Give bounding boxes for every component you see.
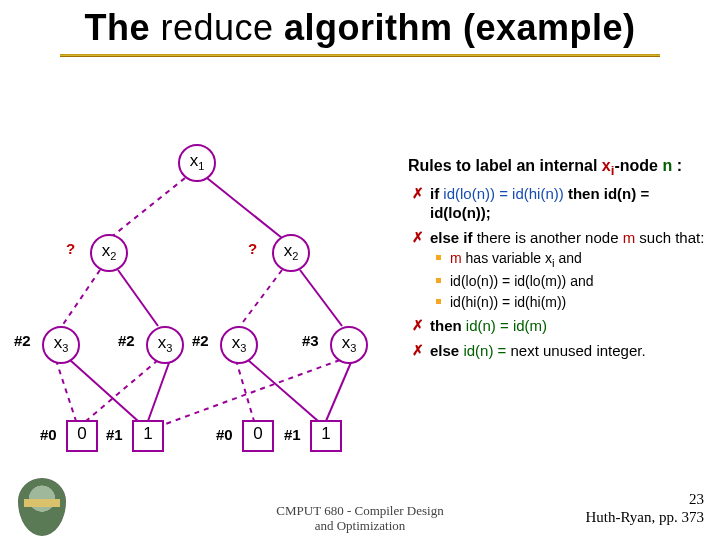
- rule-sub2: id(lo(n)) = id(lo(m)) and: [408, 272, 708, 290]
- rule-sub1: m has variable xi and: [408, 249, 708, 270]
- leaf-1a: 1: [132, 420, 164, 452]
- node-x3b-var: x: [158, 333, 167, 352]
- node-x2l-sub: 2: [110, 250, 116, 262]
- rule-elseif-body: there is another node: [477, 229, 623, 246]
- node-x1: x1: [178, 144, 216, 182]
- tag-l3a: #2: [14, 332, 31, 349]
- node-x3-b: x3: [146, 326, 184, 364]
- title-mid: reduce: [160, 7, 273, 48]
- tag-l2a: ?: [66, 240, 75, 257]
- rule-elseif-kw: else if: [430, 229, 477, 246]
- svg-line-6: [56, 360, 76, 421]
- title-underline: [60, 54, 660, 56]
- bdd-diagram: .s{stroke:#990099;stroke-width:2;fill:no…: [0, 138, 405, 498]
- slide-title: The reduce algorithm (example): [0, 8, 720, 48]
- rule-then-body: id(n) = id(m): [466, 317, 547, 334]
- svg-line-10: [236, 360, 254, 421]
- svg-line-8: [86, 360, 158, 421]
- rule-if-kw: if: [430, 185, 443, 202]
- title-post: algorithm (example): [274, 7, 636, 48]
- rule-then-kw: then: [430, 317, 466, 334]
- title-pre: The: [84, 7, 160, 48]
- svg-line-5: [300, 270, 342, 326]
- rule-elseif: else if there is another node m such tha…: [408, 229, 708, 248]
- node-x3a-sub: 3: [62, 342, 68, 354]
- tag-leaf0a: #0: [40, 426, 57, 443]
- svg-line-3: [118, 270, 158, 326]
- node-x2r-var: x: [284, 241, 293, 260]
- rule-elseif-m: m: [623, 229, 636, 246]
- node-x3-a: x3: [42, 326, 80, 364]
- tag-l3b: #2: [118, 332, 135, 349]
- leaf-1b: 1: [310, 420, 342, 452]
- rules-head-x: xi: [602, 157, 615, 174]
- svg-line-11: [248, 360, 318, 421]
- node-x2l-var: x: [102, 241, 111, 260]
- rule-s1-b: has variable x: [462, 250, 552, 266]
- tag-leaf0b: #0: [216, 426, 233, 443]
- svg-line-9: [148, 360, 170, 421]
- svg-line-1: [207, 178, 282, 238]
- leaf-0a: 0: [66, 420, 98, 452]
- rule-s1-m: m: [450, 250, 462, 266]
- diagram-edges: .s{stroke:#990099;stroke-width:2;fill:no…: [0, 138, 405, 498]
- tag-l2b: ?: [248, 240, 257, 257]
- crest-icon: [18, 478, 64, 534]
- node-x2-left: x2: [90, 234, 128, 272]
- footer-text: CMPUT 680 - Compiler Design and Optimiza…: [230, 503, 490, 534]
- leaf-0b: 0: [242, 420, 274, 452]
- tag-l3d: #3: [302, 332, 319, 349]
- citation: Huth-Ryan, pp. 373: [585, 509, 704, 526]
- rules-panel: Rules to label an internal xi-node n : i…: [408, 156, 708, 360]
- node-x1-sub: 1: [198, 160, 204, 172]
- node-x3c-var: x: [232, 333, 241, 352]
- node-x3b-sub: 3: [166, 342, 172, 354]
- rules-head-a: Rules to label an internal: [408, 157, 602, 174]
- tag-leaf1b: #1: [284, 426, 301, 443]
- node-x1-var: x: [190, 151, 199, 170]
- rule-sub3: id(hi(n)) = id(hi(m)): [408, 293, 708, 311]
- rule-else-kw: else: [430, 342, 463, 359]
- node-x3d-var: x: [342, 333, 351, 352]
- footer-line2: and Optimization: [315, 518, 406, 533]
- node-x3c-sub: 3: [240, 342, 246, 354]
- rule-s1-c: and: [555, 250, 582, 266]
- node-x2r-sub: 2: [292, 250, 298, 262]
- node-x3a-var: x: [54, 333, 63, 352]
- page-number: 23: [689, 491, 704, 508]
- rules-head-b: -node: [614, 157, 662, 174]
- tag-leaf1a: #1: [106, 426, 123, 443]
- svg-line-2: [62, 270, 100, 326]
- rules-head-n: n: [662, 157, 672, 174]
- footer-line1: CMPUT 680 - Compiler Design: [276, 503, 443, 518]
- slide-root: The reduce algorithm (example) .s{stroke…: [0, 8, 720, 540]
- rule-if: if id(lo(n)) = id(hi(n)) then id(n) = id…: [408, 185, 708, 223]
- rule-else: else id(n) = next unused integer.: [408, 342, 708, 361]
- svg-line-4: [240, 270, 282, 326]
- node-x3-d: x3: [330, 326, 368, 364]
- rule-if-cond: id(lo(n)) = id(hi(n)): [443, 185, 563, 202]
- svg-line-7: [70, 360, 138, 421]
- node-x3d-sub: 3: [350, 342, 356, 354]
- node-x3-c: x3: [220, 326, 258, 364]
- rules-heading: Rules to label an internal xi-node n :: [408, 156, 708, 179]
- node-x2-right: x2: [272, 234, 310, 272]
- rule-then: then id(n) = id(m): [408, 317, 708, 336]
- svg-line-13: [326, 360, 352, 421]
- svg-line-0: [110, 178, 185, 238]
- rule-elseif-tail: such that:: [635, 229, 704, 246]
- rules-head-c: :: [672, 157, 682, 174]
- tag-l3c: #2: [192, 332, 209, 349]
- rule-else-tail: next unused integer.: [510, 342, 645, 359]
- rule-else-body: id(n) =: [463, 342, 510, 359]
